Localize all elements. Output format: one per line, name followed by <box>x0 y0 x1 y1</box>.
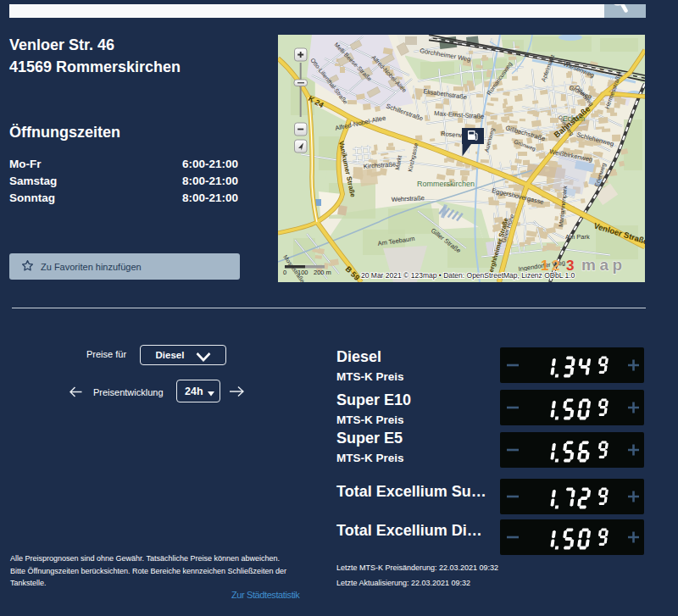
svg-text:200 m: 200 m <box>314 269 331 276</box>
svg-text:20 Mar 2021 © 123map • Daten:: 20 Mar 2021 © 123map • Daten: OpenStreet… <box>361 271 575 280</box>
svg-text:100: 100 <box>297 269 308 276</box>
svg-text:map: map <box>581 256 626 274</box>
svg-text:Rommerskirchen: Rommerskirchen <box>417 180 475 188</box>
svg-text:0: 0 <box>283 269 286 276</box>
svg-text:Am Park: Am Park <box>565 233 590 241</box>
